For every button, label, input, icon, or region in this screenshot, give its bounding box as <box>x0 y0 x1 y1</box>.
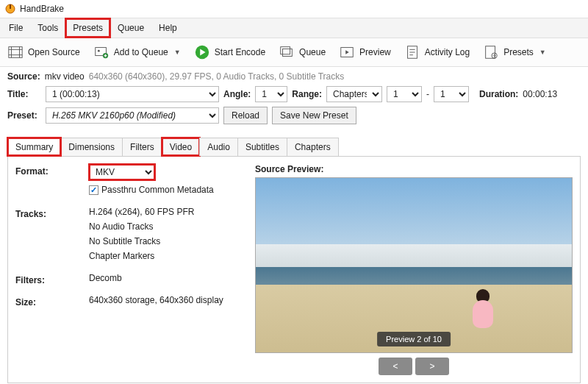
menu-presets[interactable]: Presets <box>65 18 110 38</box>
source-label: Source: <box>7 71 40 82</box>
svg-rect-12 <box>283 49 293 56</box>
source-preview-label: Source Preview: <box>255 164 573 174</box>
tab-summary[interactable]: Summary <box>7 138 61 156</box>
range-to-select[interactable]: 1 <box>434 86 469 102</box>
open-source-button[interactable]: Open Source <box>3 41 85 63</box>
tab-dimensions[interactable]: Dimensions <box>60 138 123 156</box>
duration-label: Duration: <box>479 89 518 99</box>
add-to-queue-caret-icon: ▼ <box>174 49 181 56</box>
filters-label: Filters: <box>15 273 89 288</box>
app-title: HandBrake <box>20 4 64 14</box>
range-label: Range: <box>292 89 322 99</box>
preset-select[interactable]: H.265 MKV 2160p60 (Modified) <box>46 107 219 124</box>
add-to-queue-label: Add to Queue <box>114 47 168 57</box>
range-type-select[interactable]: Chapters <box>326 86 382 102</box>
format-label: Format: <box>15 164 89 199</box>
tracks-body: H.264 (x264), 60 FPS PFR No Audio Tracks… <box>89 207 243 266</box>
play-icon <box>194 44 210 60</box>
tab-chapters[interactable]: Chapters <box>287 138 339 156</box>
activity-log-label: Activity Log <box>425 47 470 57</box>
preview-prev-button[interactable]: < <box>379 358 412 375</box>
preset-label: Preset: <box>7 110 41 121</box>
svg-point-8 <box>98 50 100 52</box>
tabs: Summary Dimensions Filters Video Audio S… <box>7 138 581 157</box>
title-select[interactable]: 1 (00:00:13) <box>46 86 219 102</box>
presets-caret-icon: ▼ <box>539 49 546 56</box>
check-icon: ✓ <box>89 185 98 195</box>
track-line-1: No Audio Tracks <box>89 221 243 232</box>
source-section: Source: mkv video 640x360 (640x360), 29.… <box>0 67 588 133</box>
titlebar: HandBrake <box>0 0 588 18</box>
presets-icon <box>483 44 499 60</box>
summary-panel: Format: MKV ✓ Passthru Common Metadata T… <box>7 157 581 383</box>
log-icon <box>404 44 420 60</box>
angle-label: Angle: <box>223 89 251 99</box>
filters-value: Decomb <box>89 273 243 283</box>
queue-button[interactable]: Queue <box>274 41 330 63</box>
svg-rect-18 <box>486 46 495 59</box>
track-line-2: No Subtitle Tracks <box>89 236 243 246</box>
activity-log-button[interactable]: Activity Log <box>400 41 474 63</box>
tab-filters[interactable]: Filters <box>122 138 162 156</box>
start-encode-label: Start Encode <box>215 47 265 57</box>
preview-nav: < > <box>255 358 573 375</box>
track-line-3: Chapter Markers <box>89 251 243 261</box>
preview-badge: Preview 2 of 10 <box>377 332 451 346</box>
queue-label: Queue <box>299 47 326 57</box>
presets-label: Presets <box>503 47 534 57</box>
save-new-preset-button[interactable]: Save New Preset <box>272 107 356 124</box>
tracks-label: Tracks: <box>15 207 89 266</box>
preview-icon <box>339 44 355 60</box>
svg-rect-11 <box>281 47 290 54</box>
queue-icon <box>279 44 295 60</box>
menu-tools[interactable]: Tools <box>30 18 65 38</box>
toolbar: Open Source Add to Queue ▼ Start Encode … <box>0 38 588 67</box>
duration-value: 00:00:13 <box>523 89 557 99</box>
passthru-checkbox[interactable]: ✓ Passthru Common Metadata <box>89 185 214 195</box>
angle-select[interactable]: 1 <box>255 86 287 102</box>
source-info: 640x360 (640x360), 29.97 FPS, 0 Audio Tr… <box>89 71 345 82</box>
track-line-0: H.264 (x264), 60 FPS PFR <box>89 207 243 217</box>
size-value: 640x360 storage, 640x360 display <box>89 295 243 305</box>
handbrake-logo-icon <box>4 3 16 15</box>
preview-figure <box>470 289 496 332</box>
format-select[interactable]: MKV <box>89 164 155 180</box>
svg-rect-1 <box>10 4 11 9</box>
range-from-select[interactable]: 1 <box>387 86 422 102</box>
open-source-label: Open Source <box>28 47 80 57</box>
summary-left: Format: MKV ✓ Passthru Common Metadata T… <box>15 164 243 375</box>
size-label: Size: <box>15 295 89 310</box>
source-name: mkv video <box>45 71 85 82</box>
add-to-queue-button[interactable]: Add to Queue ▼ <box>89 41 185 63</box>
title-label: Title: <box>7 89 41 99</box>
tab-subtitles[interactable]: Subtitles <box>237 138 287 156</box>
menubar: File Tools Presets Queue Help <box>0 18 588 38</box>
tab-video[interactable]: Video <box>162 138 200 156</box>
summary-right: Source Preview: Preview 2 of 10 < > <box>255 164 573 375</box>
preview-label: Preview <box>359 47 391 57</box>
presets-button[interactable]: Presets ▼ <box>478 41 551 63</box>
image-add-icon <box>93 44 110 60</box>
preview-next-button[interactable]: > <box>415 358 449 375</box>
passthru-label: Passthru Common Metadata <box>101 185 214 195</box>
start-encode-button[interactable]: Start Encode <box>190 41 270 63</box>
menu-queue[interactable]: Queue <box>110 18 151 38</box>
tab-audio[interactable]: Audio <box>199 138 238 156</box>
menu-help[interactable]: Help <box>151 18 184 38</box>
reload-button[interactable]: Reload <box>223 107 268 124</box>
source-preview-image: Preview 2 of 10 <box>255 177 573 353</box>
range-dash: - <box>426 89 429 99</box>
svg-rect-2 <box>9 47 22 58</box>
preview-button[interactable]: Preview <box>334 41 395 63</box>
menu-file[interactable]: File <box>1 18 30 38</box>
film-icon <box>7 44 24 60</box>
